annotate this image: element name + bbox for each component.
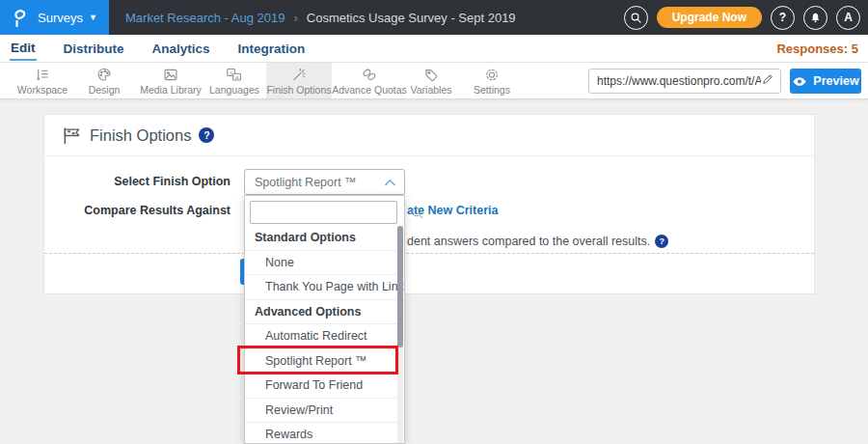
breadcrumb: Market Research - Aug 2019 › Cosmetics U… (125, 0, 516, 35)
account-avatar[interactable]: A (836, 6, 860, 30)
dropdown-item-forward-to-friend[interactable]: Forward To Friend (245, 374, 404, 399)
dropdown-item-rewards[interactable]: Rewards (245, 423, 404, 444)
bell-icon (809, 12, 822, 24)
help-button[interactable]: ? (771, 6, 795, 30)
search-icon (630, 12, 642, 24)
workspace-icon (34, 67, 51, 83)
breadcrumb-current: Cosmetics Usage Survey - Sept 2019 (307, 11, 516, 25)
dropdown-item-thank-you-page[interactable]: Thank You Page with Link (245, 275, 404, 300)
spotlight-description-partial: dent answers compared to the overall res… (407, 235, 668, 248)
search-button[interactable] (624, 6, 648, 30)
dropdown-item-none[interactable]: None (245, 251, 404, 276)
dropdown-scrollbar-thumb[interactable] (397, 226, 403, 347)
tab-distribute[interactable]: Distribute (63, 37, 125, 60)
finish-option-select[interactable]: Spotlight Report ™ (244, 169, 405, 195)
header-divider (44, 155, 814, 156)
dropdown-option-list: Standard Options None Thank You Page wit… (245, 226, 404, 444)
edit-url-pencil-icon[interactable] (761, 72, 774, 90)
toolbar-item-label: Media Library (140, 84, 202, 96)
toolbar-item-languages[interactable]: xa Languages (201, 63, 268, 98)
toolbar-item-settings[interactable]: Settings (467, 63, 517, 98)
toolbar-item-label: Settings (474, 84, 510, 96)
tag-icon (422, 67, 440, 83)
notifications-button[interactable] (803, 6, 827, 30)
search-icon (410, 206, 424, 220)
dropdown-group-advanced-options: Advanced Options (245, 300, 404, 325)
breadcrumb-separator-icon: › (293, 11, 297, 25)
breadcrumb-parent-link[interactable]: Market Research - Aug 2019 (125, 11, 285, 25)
media-library-icon (162, 67, 179, 83)
finish-option-dropdown: Standard Options None Thank You Page wit… (244, 195, 405, 444)
survey-url-value: https://www.questionpro.com/t/A (597, 74, 761, 88)
product-menu[interactable]: Surveys ▼ (0, 0, 109, 35)
tab-edit[interactable]: Edit (10, 36, 37, 61)
flag-icon (62, 126, 82, 145)
section-dashed-divider (44, 253, 814, 254)
languages-icon: xa (225, 67, 244, 83)
upgrade-now-button[interactable]: Upgrade Now (657, 7, 762, 28)
selected-finish-option: Spotlight Report ™ (255, 176, 384, 189)
dropdown-search-input[interactable] (257, 202, 410, 223)
compare-results-against-label: Compare Results Against (44, 204, 231, 217)
toolbar-item-label: Variables (411, 84, 452, 96)
toolbar-item-advance-quotas[interactable]: Advance Quotas (334, 63, 405, 98)
preview-button-label: Preview (813, 74, 858, 88)
gear-icon (483, 67, 501, 83)
edit-toolbar: Workspace Design Media Library xa Langua… (0, 63, 868, 99)
toolbar-item-label: Workspace (17, 84, 68, 96)
toolbar-item-design[interactable]: Design (77, 63, 131, 98)
dropdown-item-automatic-redirect[interactable]: Automatic Redirect (245, 324, 404, 349)
dropdown-search-box[interactable] (250, 201, 397, 224)
svg-text:x: x (230, 69, 232, 74)
description-help-icon[interactable]: ? (655, 235, 668, 248)
toolbar-item-finish-options[interactable]: Finish Options (266, 63, 332, 98)
finish-options-panel: Finish Options ? Select Finish Option Co… (43, 114, 815, 294)
topbar-actions: Upgrade Now ? A (624, 0, 860, 35)
eye-icon (792, 76, 807, 87)
dropdown-group-standard-options: Standard Options (245, 226, 404, 251)
toolbar-item-media-library[interactable]: Media Library (135, 63, 206, 98)
tab-integration[interactable]: Integration (237, 37, 307, 60)
toolbar-item-label: Design (89, 84, 121, 96)
dropdown-item-spotlight-report[interactable]: Spotlight Report ™ (245, 349, 404, 375)
title-help-icon[interactable]: ? (199, 127, 214, 143)
survey-url-field[interactable]: https://www.questionpro.com/t/A (588, 69, 781, 94)
survey-nav-tabs: Edit Distribute Analytics Integration Re… (0, 35, 868, 63)
preview-button[interactable]: Preview (790, 69, 861, 94)
select-finish-option-label: Select Finish Option (44, 175, 231, 188)
chevron-down-icon: ▼ (89, 13, 97, 22)
toolbar-item-variables[interactable]: Variables (409, 63, 453, 98)
questionpro-app: Surveys ▼ Market Research - Aug 2019 › C… (0, 0, 868, 444)
responses-count-link[interactable]: Responses: 5 (776, 35, 858, 62)
chevron-up-icon (384, 174, 396, 191)
toolbar-item-workspace[interactable]: Workspace (12, 63, 73, 98)
product-menu-label: Surveys (38, 11, 83, 25)
tab-analytics[interactable]: Analytics (151, 37, 211, 60)
magic-wand-icon (290, 67, 308, 83)
questionpro-logo-icon (12, 8, 28, 28)
page-title: Finish Options (90, 126, 191, 145)
toolbar-item-label: Languages (209, 84, 259, 96)
chain-links-icon (360, 67, 379, 83)
toolbar-item-label: Finish Options (266, 84, 331, 96)
dropdown-item-review-print[interactable]: Review/Print (245, 399, 404, 424)
top-bar: Surveys ▼ Market Research - Aug 2019 › C… (0, 0, 868, 35)
design-icon (95, 67, 113, 83)
toolbar-item-label: Advance Quotas (332, 84, 407, 96)
